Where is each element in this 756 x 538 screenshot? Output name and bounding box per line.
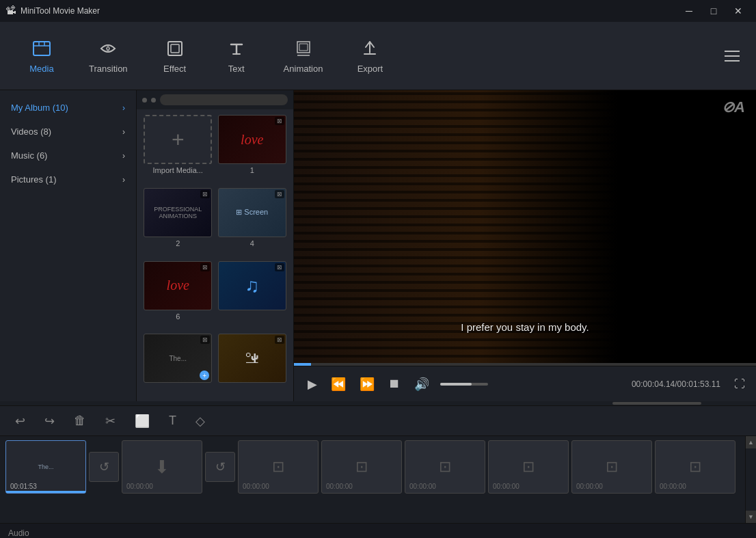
love-text-icon: love <box>241 132 263 148</box>
play-button[interactable]: ▶ <box>305 374 320 394</box>
import-media-label: Import Media... <box>153 166 203 174</box>
undo-button[interactable]: ↩ <box>11 411 29 431</box>
hamburger-menu[interactable] <box>719 45 745 67</box>
toolbar-transition[interactable]: Transition <box>72 32 144 79</box>
corner-badge-imgsmall: ⊠ <box>200 336 210 344</box>
media-label-6: 6 <box>176 312 180 321</box>
fast-forward-button[interactable]: ⏩ <box>357 374 377 394</box>
text-overlay-button[interactable]: T <box>165 411 180 431</box>
stop-button[interactable]: ⏹ <box>386 374 403 394</box>
media-panel: + Import Media... love ⊠ 1 PROFESSIONALA… <box>137 90 294 401</box>
split-button[interactable]: ⬜ <box>131 411 154 431</box>
svg-rect-2 <box>171 44 179 53</box>
sidebar-item-music[interactable]: Music (6) › <box>0 144 136 167</box>
timeline-clip-0[interactable]: The... 00:01:53 <box>5 440 86 494</box>
sidebar-item-my-album[interactable]: My Album (10) › <box>0 96 136 120</box>
love2-text-icon: love <box>167 278 189 293</box>
timeline-clip-3[interactable]: ⊡ 00:00:00 <box>321 440 402 494</box>
clip-0-time: 00:01:53 <box>10 483 37 490</box>
vscroll-down-button[interactable]: ▼ <box>746 511 757 523</box>
redo-button[interactable]: ↪ <box>40 411 59 431</box>
timeline-clip-7[interactable]: ⊡ 00:00:00 <box>655 440 735 494</box>
timeline-transition-1[interactable]: ↺ <box>205 452 235 482</box>
app-title: MiniTool Movie Maker <box>21 6 677 16</box>
volume-fill <box>440 383 472 386</box>
clip-1-time: 00:00:00 <box>126 483 153 490</box>
export-icon <box>359 38 381 59</box>
screen-icon: ⊞ Screen <box>234 206 269 218</box>
progress-bar-area[interactable] <box>294 363 756 366</box>
media-thumb-1-img: love ⊠ <box>218 115 286 164</box>
import-media-thumb[interactable]: + Import Media... <box>142 115 214 185</box>
text-icon <box>226 38 247 59</box>
timeline-clip-6[interactable]: ⊡ 00:00:00 <box>571 440 652 494</box>
sidebar-item-pictures[interactable]: Pictures (1) › <box>0 167 136 191</box>
timeline-clip-4[interactable]: ⊡ 00:00:00 <box>405 440 485 494</box>
media-thumb-desert[interactable]: 🏜 ⊠ <box>217 334 288 396</box>
media-grid: + Import Media... love ⊠ 1 PROFESSIONALA… <box>137 109 293 401</box>
rewind-button[interactable]: ⏪ <box>328 374 349 394</box>
toolbar-effect[interactable]: Effect <box>144 32 206 79</box>
media-thumb-2[interactable]: PROFESSIONALANIMATIONS ⊠ 2 <box>142 188 214 258</box>
fullscreen-button[interactable]: ⛶ <box>734 378 745 390</box>
media-thumb-6[interactable]: love ⊠ 6 <box>142 261 214 332</box>
effect-icon <box>164 38 186 59</box>
clip-4-time: 00:00:00 <box>409 483 436 490</box>
delete-button[interactable]: 🗑 <box>70 411 90 431</box>
toolbar-text[interactable]: Text <box>206 32 267 79</box>
sidebar-item-videos[interactable]: Videos (8) › <box>0 120 136 144</box>
timeline-clip-1[interactable]: ⬇ 00:00:00 <box>122 440 202 494</box>
panel-top <box>137 90 293 109</box>
media-thumb-imgsmall-img: The... ⊠ + <box>144 334 212 383</box>
hscroll-thumb[interactable] <box>612 402 701 405</box>
media-thumb-4[interactable]: ⊞ Screen ⊠ 4 <box>217 188 288 258</box>
timeline-track: The... 00:01:53 ↺ ⬇ 00:00:00 ↺ <box>0 436 745 498</box>
timeline: The... 00:01:53 ↺ ⬇ 00:00:00 ↺ <box>0 436 745 523</box>
search-bar[interactable] <box>160 94 288 105</box>
toolbar-media[interactable]: Media <box>11 32 72 79</box>
import-media-box[interactable]: + <box>144 115 212 164</box>
transition-icon <box>97 38 119 59</box>
clip-3-time: 00:00:00 <box>326 483 353 490</box>
volume-button[interactable]: 🔊 <box>411 374 432 394</box>
clip-5-time: 00:00:00 <box>493 483 519 490</box>
close-button[interactable]: ✕ <box>726 0 751 22</box>
cut-button[interactable]: ✂ <box>101 411 120 431</box>
animation-icon <box>293 38 314 59</box>
filter-button[interactable]: ◇ <box>191 411 209 431</box>
dot-2 <box>151 98 156 103</box>
media-thumb-desert-img: 🏜 ⊠ <box>218 334 286 383</box>
maximize-button[interactable]: □ <box>701 0 726 22</box>
vscroll-up-button[interactable]: ▲ <box>746 436 757 448</box>
clip-7-content: ⊡ <box>689 458 701 476</box>
clip-0-content: The... <box>35 461 56 473</box>
toolbar-animation[interactable]: Animation <box>267 32 340 79</box>
progress-fill <box>294 363 311 366</box>
timeline-controls: ↩ ↪ 🗑 ✂ ⬜ T ◇ <box>0 406 756 436</box>
media-label-1: 1 <box>250 166 254 174</box>
clip-3-content: ⊡ <box>355 458 368 476</box>
clip-6-content: ⊡ <box>606 458 618 476</box>
music-note-icon: ♫ <box>245 275 259 297</box>
chevron-right-icon: › <box>122 175 125 185</box>
clip-active-indicator <box>6 491 85 493</box>
corner-badge-2: ⊠ <box>200 190 210 198</box>
media-label-2: 2 <box>176 239 180 247</box>
clip-2-content: ⊡ <box>272 458 284 476</box>
minimize-button[interactable]: ─ <box>677 0 701 22</box>
toolbar-export[interactable]: Export <box>339 32 401 79</box>
plus-add-icon: + <box>200 371 209 380</box>
timeline-transition-0[interactable]: ↺ <box>89 452 119 482</box>
toolbar: Media Transition Effect Text Animation <box>0 22 756 90</box>
clip-2-time: 00:00:00 <box>243 483 269 490</box>
media-thumb-1[interactable]: love ⊠ 1 <box>217 115 288 185</box>
audio-label: Audio <box>0 523 756 538</box>
media-thumb-music[interactable]: ♫ ⊠ <box>217 261 288 332</box>
volume-slider[interactable] <box>440 383 488 386</box>
timeline-clip-2[interactable]: ⊡ 00:00:00 <box>238 440 319 494</box>
media-icon <box>31 38 53 59</box>
clip-1-content: ⬇ <box>154 457 170 478</box>
timeline-clip-5[interactable]: ⊡ 00:00:00 <box>488 440 569 494</box>
media-thumb-2-img: PROFESSIONALANIMATIONS ⊠ <box>144 188 212 237</box>
media-thumb-imgsmall[interactable]: The... ⊠ + <box>142 334 214 396</box>
